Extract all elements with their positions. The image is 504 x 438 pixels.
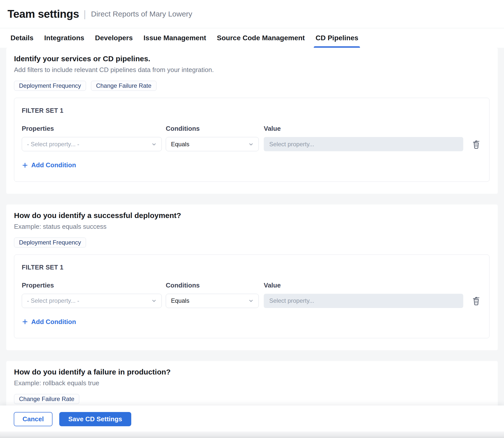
filter-set-card: FILTER SET 1 Properties Conditions Value…: [14, 98, 490, 182]
section-title: How do you identify a successful deploym…: [14, 211, 490, 220]
tab-cd-pipelines[interactable]: CD Pipelines: [316, 28, 358, 48]
active-tab-underline: [314, 46, 360, 48]
trash-icon: [472, 139, 481, 150]
footer-actions: Cancel Save CD Settings: [0, 406, 504, 432]
condition-select[interactable]: Equals: [166, 137, 259, 151]
badge-change-failure-rate: Change Failure Rate: [91, 81, 156, 91]
plus-icon: [22, 318, 28, 325]
value-input[interactable]: [264, 294, 463, 308]
section-successful-deployment: How do you identify a successful deploym…: [6, 204, 498, 350]
plus-icon: [22, 162, 28, 168]
filter-condition-row: - Select property... - Equals: [22, 137, 482, 151]
team-settings-page: Team settings | Direct Reports of Mary L…: [0, 0, 504, 438]
filter-column-labels: Properties Conditions Value: [22, 282, 482, 289]
properties-label: Properties: [22, 125, 166, 132]
delete-condition-button[interactable]: [471, 294, 482, 307]
page-title: Team settings: [8, 8, 79, 20]
cd-pipelines-panel: Identify your services or CD pipelines. …: [0, 48, 504, 438]
tab-source-code-management[interactable]: Source Code Management: [217, 28, 305, 48]
filter-set-title: FILTER SET 1: [22, 264, 482, 271]
delete-condition-button[interactable]: [471, 138, 482, 151]
metric-badges: Deployment Frequency: [14, 238, 490, 248]
tab-developers[interactable]: Developers: [95, 28, 133, 48]
section-subtitle: Add filters to include relevant CD pipel…: [14, 66, 490, 74]
team-name-subtitle: Direct Reports of Mary Lowery: [91, 10, 192, 18]
page-header: Team settings | Direct Reports of Mary L…: [0, 0, 504, 28]
chevron-down-icon: [151, 298, 157, 304]
settings-footer: Cancel Save CD Settings: [0, 406, 504, 438]
filter-set-title: FILTER SET 1: [22, 107, 482, 114]
tab-integrations[interactable]: Integrations: [44, 28, 84, 48]
section-identify-services: Identify your services or CD pipelines. …: [6, 48, 498, 194]
badge-deployment-frequency: Deployment Frequency: [14, 238, 86, 248]
value-input[interactable]: [264, 137, 463, 151]
page-bottom-edge: [0, 432, 504, 438]
properties-label: Properties: [22, 282, 166, 289]
save-cd-settings-button[interactable]: Save CD Settings: [59, 412, 131, 426]
chevron-down-icon: [151, 141, 157, 148]
add-condition-button[interactable]: Add Condition: [22, 318, 76, 326]
value-label: Value: [264, 125, 482, 132]
badge-change-failure-rate: Change Failure Rate: [14, 394, 79, 404]
filter-condition-row: - Select property... - Equals: [22, 294, 482, 308]
conditions-label: Conditions: [166, 282, 264, 289]
property-select[interactable]: - Select property... -: [22, 294, 162, 308]
cancel-button[interactable]: Cancel: [14, 412, 52, 426]
conditions-label: Conditions: [166, 125, 264, 132]
tab-details[interactable]: Details: [10, 28, 34, 48]
filter-set-card: FILTER SET 1 Properties Conditions Value…: [14, 254, 490, 338]
metric-badges: Change Failure Rate: [14, 394, 490, 404]
section-subtitle: Example: status equals success: [14, 223, 490, 230]
section-title: Identify your services or CD pipelines.: [14, 54, 490, 63]
trash-icon: [472, 295, 481, 306]
settings-tabbar: Details Integrations Developers Issue Ma…: [0, 28, 504, 48]
add-condition-button[interactable]: Add Condition: [22, 161, 76, 169]
value-label: Value: [264, 282, 482, 289]
chevron-down-icon: [248, 298, 254, 304]
tab-issue-management[interactable]: Issue Management: [144, 28, 206, 48]
filter-column-labels: Properties Conditions Value: [22, 125, 482, 132]
chevron-down-icon: [248, 141, 254, 148]
section-subtitle: Example: rollback equals true: [14, 379, 490, 387]
badge-deployment-frequency: Deployment Frequency: [14, 81, 86, 91]
metric-badges: Deployment Frequency Change Failure Rate: [14, 81, 490, 91]
title-separator: |: [84, 9, 86, 20]
property-select[interactable]: - Select property... -: [22, 137, 162, 151]
condition-select[interactable]: Equals: [166, 294, 259, 308]
section-title: How do you identify a failure in product…: [14, 368, 490, 376]
